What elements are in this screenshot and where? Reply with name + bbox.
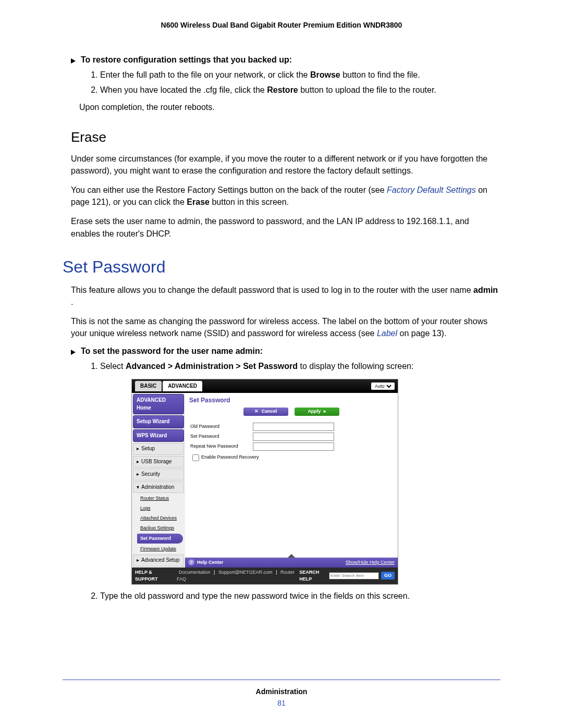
apply-button[interactable]: Apply▸ [295,408,339,416]
sidebar-wps-wizard[interactable]: WPS Wizard [133,429,184,442]
text: . [71,298,73,306]
setpw-p2: This is not the same as changing the pas… [71,315,500,339]
cancel-button[interactable]: ✕Cancel [243,408,288,416]
sub-attached[interactable]: Attached Devices [139,514,183,523]
text: You can either use the Restore Factory S… [71,186,387,194]
text: When you have located the .cfg file, cli… [100,85,267,94]
sidebar-usb[interactable]: ▸USB Storage [133,456,184,468]
footer-rule [63,680,500,680]
lang-select[interactable]: Auto [371,382,395,390]
text: Enter the full path to the file on your … [100,70,310,79]
erase-p1: Under some circumstances (for example, i… [71,153,500,177]
setpw-arrow-heading: To set the password for the user name ad… [81,347,263,356]
set-password-input[interactable] [253,433,334,441]
caret-right-icon: ▸ [137,458,139,466]
admin-bold: admin [473,286,498,294]
bullet-arrow-icon [71,58,76,64]
page-number: 81 [63,699,500,707]
close-icon: ✕ [254,408,259,415]
help-center-label: Help Center [197,560,224,565]
sub-set-password[interactable]: Set Password [137,534,183,544]
setpw-p1: This feature allows you to change the de… [71,284,500,308]
enable-recovery-checkbox[interactable] [192,454,199,461]
chevron-right-icon: ▸ [324,408,326,415]
link-support[interactable]: Support@NETGEAR.com [218,570,273,575]
restore-heading: To restore configuration settings that y… [81,55,292,65]
router-screenshot: BASIC ADVANCED Auto ADVANCED Home Setup … [131,379,398,585]
go-button[interactable]: GO [381,572,395,579]
sub-logs[interactable]: Logs [139,504,183,513]
sidebar-setup[interactable]: ▸Setup [133,443,184,455]
sidebar-advanced-home[interactable]: ADVANCED Home [133,394,184,414]
restore-after: Upon completion, the router reboots. [79,101,500,113]
sub-backup[interactable]: Backup Settings [139,524,183,533]
erase-bold: Erase [187,198,210,206]
panel-title: Set Password [185,393,398,406]
erase-p2: You can either use the Restore Factory S… [71,184,500,208]
caret-right-icon: ▸ [137,557,139,564]
label-link[interactable]: Label [377,329,397,338]
text: button to find the file. [342,70,420,79]
search-help-label: SEARCH HELP [299,569,327,583]
doc-header: N600 Wireless Dual Band Gigabit Router P… [63,21,500,29]
sub-router-status[interactable]: Router Status [139,494,183,503]
sidebar-advanced-setup[interactable]: ▸Advanced Setup [133,554,184,566]
erase-p3: Erase sets the user name to admin, the p… [71,215,500,239]
nav-path-bold: Advanced > Administration > Set Password [126,362,298,371]
sub-firmware[interactable]: Firmware Update [139,545,183,553]
caret-right-icon: ▸ [137,445,139,453]
text: Select [100,362,126,371]
link-documentation[interactable]: Documentation [179,570,211,575]
caret-down-icon: ▾ [137,484,139,491]
footer-section: Administration [63,687,500,696]
text: button to upload the file to the router. [300,85,436,94]
tab-advanced[interactable]: ADVANCED [163,381,202,392]
sidebar-administration[interactable]: ▾Administration [133,482,184,493]
label-repeat-password: Repeat New Password [190,443,253,450]
sidebar-security[interactable]: ▸Security [133,468,184,480]
setpw-heading: Set Password [63,257,500,277]
label-old-password: Old Password [190,423,253,430]
lang-dropdown[interactable]: Auto [373,383,393,389]
help-icon: ? [188,559,194,565]
search-input[interactable] [329,572,379,579]
sidebar-setup-wizard[interactable]: Setup Wizard [133,415,184,428]
setpw-step2: Type the old password and type the new p… [100,590,500,602]
browse-bold: Browse [310,70,340,79]
sidebar: ADVANCED Home Setup Wizard WPS Wizard ▸S… [132,393,185,567]
text: to display the following screen: [300,362,414,371]
old-password-input[interactable] [253,423,334,431]
main-panel: Set Password ✕Cancel Apply▸ Old Password… [185,393,398,567]
caret-right-icon: ▸ [137,471,139,478]
showhide-help-link[interactable]: Show/Hide Help Center [346,559,395,566]
restore-bold: Restore [267,85,298,94]
restore-steps: Enter the full path to the file on your … [79,69,500,96]
tab-basic[interactable]: BASIC [135,381,162,392]
repeat-password-input[interactable] [253,442,334,451]
bullet-arrow-icon [71,350,76,355]
text: on page 13). [400,329,447,338]
erase-heading: Erase [71,129,500,145]
help-support-label: HELP & SUPPORT [135,569,174,583]
enable-recovery-label: Enable Password Recovery [201,454,259,461]
text: button in this screen. [212,198,289,206]
setpw-steps: Select Advanced > Administration > Set P… [79,360,500,602]
text: This feature allows you to change the de… [71,286,473,294]
label-set-password: Set Password [190,433,253,440]
factory-default-link[interactable]: Factory Default Settings [387,186,476,194]
